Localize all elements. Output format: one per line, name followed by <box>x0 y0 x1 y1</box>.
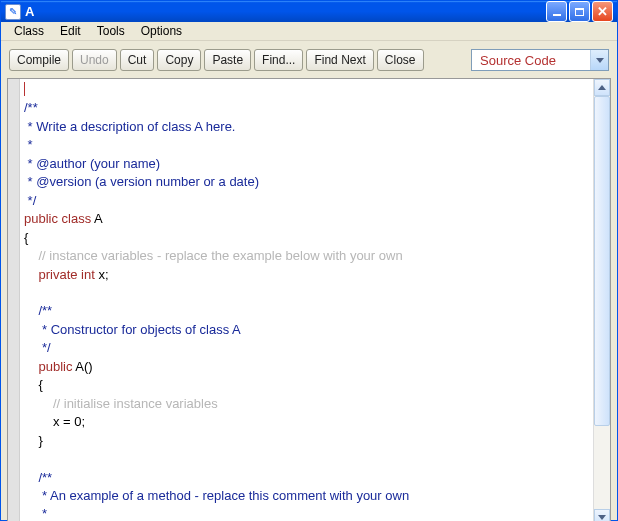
paste-button[interactable]: Paste <box>204 49 251 71</box>
undo-button[interactable]: Undo <box>72 49 117 71</box>
menu-tools[interactable]: Tools <box>89 22 133 40</box>
app-icon: ✎ <box>5 4 21 20</box>
svg-marker-1 <box>598 85 606 90</box>
menu-edit[interactable]: Edit <box>52 22 89 40</box>
menu-options[interactable]: Options <box>133 22 190 40</box>
window-controls: ✕ <box>546 1 613 22</box>
svg-marker-0 <box>596 58 604 63</box>
svg-marker-2 <box>598 515 606 520</box>
vertical-scrollbar[interactable] <box>593 79 610 521</box>
minimize-button[interactable] <box>546 1 567 22</box>
scroll-up-button[interactable] <box>594 79 610 96</box>
workarea: Compile Undo Cut Copy Paste Find... Find… <box>1 41 617 521</box>
titlebar[interactable]: ✎ A ✕ <box>1 1 617 22</box>
toolbar: Compile Undo Cut Copy Paste Find... Find… <box>7 47 611 76</box>
minimize-icon <box>553 14 561 16</box>
window-title: A <box>25 4 546 19</box>
code-editor[interactable]: /** * Write a description of class A her… <box>20 79 593 521</box>
maximize-icon <box>575 8 584 16</box>
compile-button[interactable]: Compile <box>9 49 69 71</box>
scroll-thumb[interactable] <box>594 96 610 426</box>
scroll-track[interactable] <box>594 96 610 509</box>
gutter <box>8 79 20 521</box>
chevron-up-icon <box>598 85 606 90</box>
menubar: Class Edit Tools Options <box>1 22 617 41</box>
cut-button[interactable]: Cut <box>120 49 155 71</box>
copy-button[interactable]: Copy <box>157 49 201 71</box>
scroll-down-button[interactable] <box>594 509 610 521</box>
find-button[interactable]: Find... <box>254 49 303 71</box>
chevron-down-icon <box>590 50 608 70</box>
view-selector[interactable]: Source Code <box>471 49 609 71</box>
close-button[interactable]: Close <box>377 49 424 71</box>
maximize-button[interactable] <box>569 1 590 22</box>
close-icon: ✕ <box>597 5 608 18</box>
find-next-button[interactable]: Find Next <box>306 49 373 71</box>
view-selector-value: Source Code <box>472 53 590 68</box>
editor-frame: /** * Write a description of class A her… <box>7 78 611 521</box>
menu-class[interactable]: Class <box>6 22 52 40</box>
app-window: ✎ A ✕ Class Edit Tools Options Compile U… <box>0 0 618 521</box>
close-window-button[interactable]: ✕ <box>592 1 613 22</box>
chevron-down-svg <box>596 58 604 63</box>
chevron-down-icon <box>598 515 606 520</box>
